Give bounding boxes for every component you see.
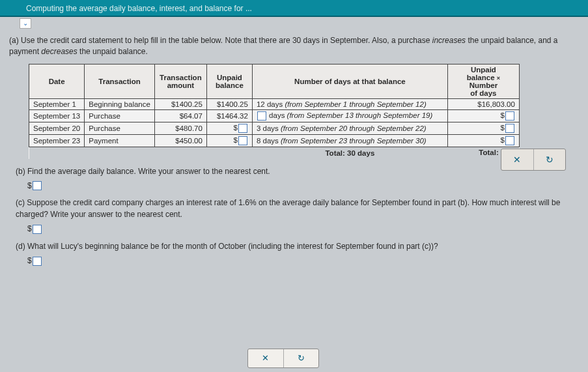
page-title: Computing the average daily balance, int… xyxy=(26,4,252,13)
part-c-answer: $ xyxy=(27,224,579,234)
part-d-answer: $ xyxy=(27,256,579,266)
reset-icon: ↻ xyxy=(546,154,553,165)
part-c: (c) Suppose the credit card company char… xyxy=(16,197,579,220)
part-b: (b) Find the average daily balance. Writ… xyxy=(16,165,579,177)
product-input[interactable] xyxy=(505,136,514,145)
cell-unpaid: $ xyxy=(206,122,252,134)
cell-product: $ xyxy=(447,134,519,147)
part-d-label: (d) xyxy=(16,242,25,251)
cell-date: September 20 xyxy=(29,122,85,134)
days-text: 8 days xyxy=(257,137,281,145)
part-c-label: (c) xyxy=(16,198,25,207)
days-range: (from September 1 through September 12) xyxy=(285,100,426,108)
part-d-input[interactable] xyxy=(33,257,42,266)
cell-transaction: Beginning balance xyxy=(85,98,155,109)
cell-date: September 13 xyxy=(29,109,85,122)
part-c-input[interactable] xyxy=(33,225,42,234)
main-content: (a) Use the credit card statement to hel… xyxy=(0,17,588,278)
days-range: (from September 13 through September 19) xyxy=(287,111,433,119)
part-b-text: Find the average daily balance. Write yo… xyxy=(27,167,270,176)
cell-unpaid: $1464.32 xyxy=(206,109,252,122)
th-transaction: Transaction xyxy=(85,64,155,98)
th-unpaid: Unpaid balance xyxy=(206,64,252,98)
table-row: September 20Purchase$480.70$3 days (from… xyxy=(29,122,520,134)
dollar-sign: $ xyxy=(27,224,32,233)
side-control-panel: ✕ ↻ xyxy=(501,149,566,171)
part-a-label: (a) xyxy=(9,36,19,45)
part-c-text: Suppose the credit card company charges … xyxy=(16,198,560,219)
total-days-label: Total: xyxy=(325,149,344,157)
th-product: Unpaidbalance × Numberof days xyxy=(447,64,519,98)
part-d: (d) What will Lucy's beginning balance b… xyxy=(16,240,579,252)
close-icon: ✕ xyxy=(262,353,269,363)
dollar-sign: $ xyxy=(27,181,32,190)
days-range: (from September 20 through September 22) xyxy=(281,124,427,132)
part-a-em2: decreases xyxy=(41,47,77,56)
days-text: 3 days xyxy=(257,124,281,132)
cell-amount: $64.07 xyxy=(154,109,206,122)
cell-days: 3 days (from September 20 through Septem… xyxy=(252,122,447,134)
unpaid-input[interactable] xyxy=(238,124,247,133)
cell-date: September 23 xyxy=(29,134,85,147)
days-input[interactable] xyxy=(257,111,266,121)
product-input[interactable] xyxy=(505,111,514,121)
reset-icon: ↻ xyxy=(298,353,305,363)
table-row: September 23Payment$450.00$8 days (from … xyxy=(29,134,520,147)
part-b-input[interactable] xyxy=(33,181,42,190)
unpaid-input[interactable] xyxy=(238,136,247,145)
totals-row: Total: 30 days Total: $ xyxy=(29,147,520,159)
cell-transaction: Purchase xyxy=(85,122,155,134)
close-icon: ✕ xyxy=(513,154,521,165)
expand-toggle[interactable]: ⌄ xyxy=(20,18,31,29)
part-b-answer: $ xyxy=(27,181,579,191)
cell-days: 12 days (from September 1 through Septem… xyxy=(252,98,447,109)
table-row: September 13Purchase$64.07$1464.32 days … xyxy=(29,109,520,122)
cell-unpaid: $ xyxy=(206,134,252,147)
days-range: (from September 23 through September 30) xyxy=(281,137,427,145)
days-text: 12 days xyxy=(257,100,285,108)
th-days: Number of days at that balance xyxy=(252,64,447,98)
cell-product: $ xyxy=(447,122,519,134)
part-a-text1: Use the credit card statement to help fi… xyxy=(21,36,432,45)
cell-unpaid: $1400.25 xyxy=(206,98,252,109)
cell-days: 8 days (from September 23 through Septem… xyxy=(252,134,447,147)
page-title-bar: Computing the average daily balance, int… xyxy=(0,0,588,17)
part-a-instruction: (a) Use the credit card statement to hel… xyxy=(9,35,579,57)
dollar-sign: $ xyxy=(27,256,32,265)
close-button[interactable]: ✕ xyxy=(501,149,534,170)
reset-button[interactable]: ↻ xyxy=(534,149,566,170)
chevron-down-icon: ⌄ xyxy=(23,20,28,27)
cell-amount: $1400.25 xyxy=(154,98,206,109)
th-amount: Transaction amount xyxy=(154,64,206,98)
days-text: days xyxy=(267,111,287,119)
cell-date: September 1 xyxy=(29,98,85,109)
part-b-label: (b) xyxy=(16,167,25,176)
th-date: Date xyxy=(29,64,85,98)
table-row: September 1Beginning balance$1400.25$140… xyxy=(29,98,520,109)
total-days-value: 30 days xyxy=(347,149,374,157)
part-a-text3: the unpaid balance. xyxy=(77,47,148,56)
bottom-close-button[interactable]: ✕ xyxy=(248,349,284,367)
cell-transaction: Payment xyxy=(85,134,155,147)
cell-transaction: Purchase xyxy=(85,109,155,122)
part-a-em1: increases xyxy=(432,36,466,45)
product-input[interactable] xyxy=(505,124,514,133)
cell-product: $16,803.00 xyxy=(447,98,519,109)
cell-days: days (from September 13 through Septembe… xyxy=(252,109,447,122)
balance-table: Date Transaction Transaction amount Unpa… xyxy=(29,64,520,159)
part-d-text: What will Lucy's beginning balance be fo… xyxy=(27,242,438,251)
cell-amount: $450.00 xyxy=(154,134,206,147)
bottom-control-panel: ✕ ↻ xyxy=(247,349,319,368)
cell-product: $ xyxy=(447,109,519,122)
total-prod-label: Total: xyxy=(479,149,498,156)
cell-amount: $480.70 xyxy=(154,122,206,134)
bottom-reset-button[interactable]: ↻ xyxy=(284,349,319,367)
